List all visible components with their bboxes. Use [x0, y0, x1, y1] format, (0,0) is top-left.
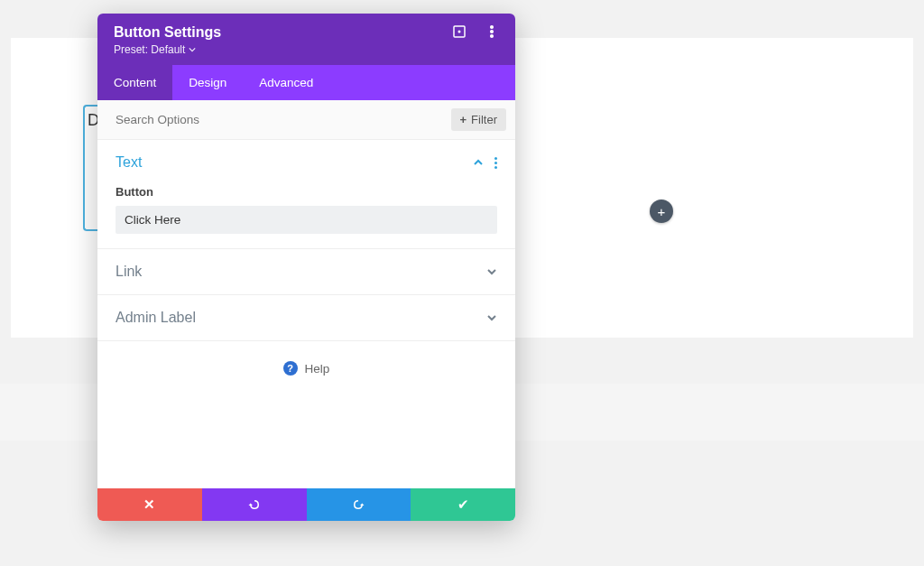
modal-spacer — [97, 395, 515, 488]
tab-design[interactable]: Design — [172, 65, 243, 100]
button-field-label: Button — [116, 185, 497, 199]
section-text: Text Button — [97, 140, 515, 249]
chevron-down-icon — [486, 266, 497, 277]
plus-icon: + — [658, 205, 666, 218]
cancel-button[interactable]: ✕ — [97, 488, 202, 521]
preset-dropdown[interactable]: Preset: Default — [114, 43, 221, 56]
plus-icon: + — [460, 113, 467, 126]
check-icon: ✔ — [457, 496, 469, 513]
undo-icon — [247, 497, 262, 512]
close-icon: ✕ — [143, 496, 155, 513]
svg-point-3 — [491, 31, 494, 33]
svg-point-1 — [458, 31, 461, 33]
section-text-title: Text — [116, 154, 142, 171]
add-module-button[interactable]: + — [650, 199, 673, 223]
filter-button[interactable]: + Filter — [451, 108, 506, 131]
chevron-up-icon — [473, 157, 484, 168]
modal-action-bar: ✕ ✔ — [97, 488, 515, 521]
section-text-header[interactable]: Text — [97, 140, 515, 185]
section-more-icon[interactable] — [494, 157, 497, 169]
help-row[interactable]: ? Help — [97, 341, 515, 395]
modal-title: Button Settings — [114, 24, 221, 41]
redo-button[interactable] — [307, 488, 411, 521]
settings-modal: Button Settings Preset: Default Content … — [97, 14, 515, 521]
undo-button[interactable] — [202, 488, 307, 521]
section-link: Link — [97, 249, 515, 295]
chevron-down-icon — [486, 312, 497, 323]
section-admin-label-title: Admin Label — [116, 310, 196, 326]
save-button[interactable]: ✔ — [411, 488, 515, 521]
expand-icon[interactable] — [452, 24, 467, 39]
section-admin-label: Admin Label — [97, 295, 515, 341]
chevron-down-icon — [189, 46, 196, 53]
search-input[interactable] — [116, 113, 451, 126]
redo-icon — [351, 497, 365, 512]
tab-advanced[interactable]: Advanced — [243, 65, 329, 100]
svg-point-4 — [491, 35, 494, 38]
help-label: Help — [305, 362, 330, 376]
section-link-header[interactable]: Link — [97, 249, 515, 294]
section-link-title: Link — [116, 264, 142, 280]
section-admin-label-header[interactable]: Admin Label — [97, 295, 515, 340]
tab-content[interactable]: Content — [97, 65, 172, 100]
button-text-input[interactable] — [116, 206, 497, 234]
more-menu-icon[interactable] — [485, 24, 499, 39]
modal-header[interactable]: Button Settings Preset: Default — [97, 14, 515, 65]
svg-point-2 — [491, 26, 494, 29]
search-row: + Filter — [97, 100, 515, 140]
help-icon: ? — [283, 361, 298, 376]
modal-tabs: Content Design Advanced — [97, 65, 515, 100]
